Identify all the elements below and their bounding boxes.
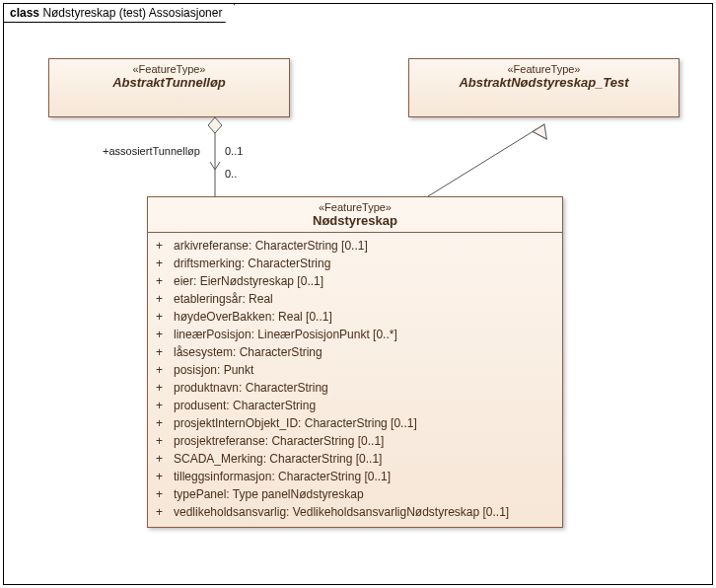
attribute-signature: høydeOverBakken: Real [0..1] (174, 308, 332, 326)
frame-keyword: class (10, 6, 39, 20)
visibility: + (156, 485, 164, 503)
attribute-signature: produktnavn: CharacterString (174, 379, 328, 397)
visibility: + (156, 326, 164, 343)
attribute-signature: arkivreferanse: CharacterString [0..1] (174, 237, 368, 255)
class-nodstyreskap[interactable]: «FeatureType» Nødstyreskap +arkivreferan… (147, 196, 563, 528)
stereotype: «FeatureType» (154, 201, 556, 213)
visibility: + (156, 468, 164, 485)
attribute-signature: prosjektreferanse: CharacterString [0..1… (174, 432, 384, 450)
visibility: + (156, 308, 164, 326)
visibility: + (156, 397, 164, 414)
visibility: + (156, 361, 164, 379)
attribute-signature: SCADA_Merking: CharacterString [0..1] (174, 450, 382, 468)
attribute-row: +produktnavn: CharacterString (156, 379, 554, 397)
svg-line-2 (210, 162, 215, 170)
attribute-signature: driftsmerking: CharacterString (174, 255, 330, 272)
visibility: + (156, 343, 164, 361)
attribute-signature: typePanel: Type panelNødstyreskap (174, 485, 364, 503)
attribute-signature: lineærPosisjon: LineærPosisjonPunkt [0..… (174, 326, 397, 343)
attribute-row: +lineærPosisjon: LineærPosisjonPunkt [0.… (156, 326, 554, 343)
stereotype: «FeatureType» (55, 63, 283, 75)
attribute-signature: etableringsår: Real (174, 290, 273, 308)
attribute-signature: prosjektInternObjekt_ID: CharacterString… (174, 414, 417, 432)
visibility: + (156, 414, 164, 432)
visibility: + (156, 237, 164, 255)
attribute-row: +prosjektreferanse: CharacterString [0..… (156, 432, 554, 450)
visibility: + (156, 272, 164, 290)
attribute-signature: vedlikeholdsansvarlig: Vedlikeholdsansva… (174, 503, 509, 521)
attribute-signature: posisjon: Punkt (174, 361, 253, 379)
svg-marker-1 (208, 117, 222, 133)
svg-line-4 (428, 129, 537, 196)
svg-marker-5 (533, 124, 551, 143)
svg-line-3 (215, 162, 220, 170)
multiplicity-lower: 0.. (225, 168, 237, 180)
attribute-row: +høydeOverBakken: Real [0..1] (156, 308, 554, 326)
attribute-row: +typePanel: Type panelNødstyreskap (156, 485, 554, 503)
attribute-row: +prosjektInternObjekt_ID: CharacterStrin… (156, 414, 554, 432)
class-name: AbstraktNødstyreskap_Test (415, 75, 673, 90)
class-header: «FeatureType» AbstraktTunnelløp (49, 59, 289, 94)
attribute-row: +etableringsår: Real (156, 290, 554, 308)
attribute-compartment: +arkivreferanse: CharacterString [0..1]+… (148, 233, 562, 527)
attribute-row: +produsent: CharacterString (156, 397, 554, 414)
visibility: + (156, 450, 164, 468)
attribute-signature: tilleggsinformasjon: CharacterString [0.… (174, 468, 391, 485)
visibility: + (156, 255, 164, 272)
frame-title: Nødstyreskap (test) Assosiasjoner (42, 6, 222, 20)
diagram-frame: class Nødstyreskap (test) Assosiasjoner … (3, 3, 713, 585)
attribute-signature: låsesystem: CharacterString (174, 343, 322, 361)
class-header: «FeatureType» AbstraktNødstyreskap_Test (409, 59, 679, 94)
class-abstrakt-nodstyreskap-test[interactable]: «FeatureType» AbstraktNødstyreskap_Test (408, 58, 680, 117)
visibility: + (156, 290, 164, 308)
attribute-row: +eier: EierNødstyreskap [0..1] (156, 272, 554, 290)
visibility: + (156, 432, 164, 450)
visibility: + (156, 503, 164, 521)
attribute-row: +vedlikeholdsansvarlig: Vedlikeholdsansv… (156, 503, 554, 521)
class-name: AbstraktTunnelløp (55, 75, 283, 90)
attribute-row: +tilleggsinformasjon: CharacterString [0… (156, 468, 554, 485)
attribute-row: +posisjon: Punkt (156, 361, 554, 379)
attribute-signature: eier: EierNødstyreskap [0..1] (174, 272, 323, 290)
class-name: Nødstyreskap (154, 213, 556, 228)
attribute-row: +arkivreferanse: CharacterString [0..1] (156, 237, 554, 255)
visibility: + (156, 379, 164, 397)
attribute-row: +SCADA_Merking: CharacterString [0..1] (156, 450, 554, 468)
class-header: «FeatureType» Nødstyreskap (148, 197, 562, 232)
attribute-row: +driftsmerking: CharacterString (156, 255, 554, 272)
attribute-row: +låsesystem: CharacterString (156, 343, 554, 361)
frame-title-tab: class Nødstyreskap (test) Assosiasjoner (3, 3, 235, 23)
attribute-signature: produsent: CharacterString (174, 397, 316, 414)
multiplicity-upper: 0..1 (225, 145, 243, 157)
stereotype: «FeatureType» (415, 63, 673, 75)
class-abstrakt-tunnellop[interactable]: «FeatureType» AbstraktTunnelløp (48, 58, 290, 117)
assoc-role-label: +assosiertTunnelløp (103, 145, 200, 157)
